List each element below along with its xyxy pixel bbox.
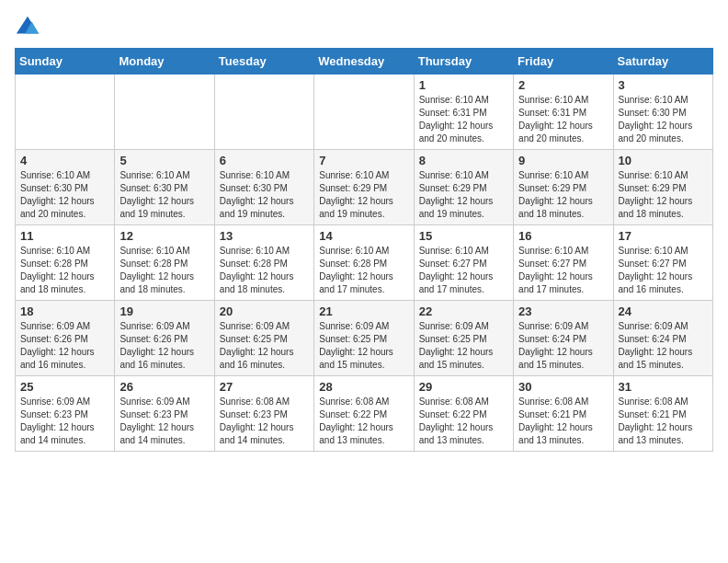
cell-details: Sunrise: 6:08 AM Sunset: 6:21 PM Dayligh…	[518, 396, 608, 447]
cell-details: Sunrise: 6:08 AM Sunset: 6:21 PM Dayligh…	[619, 396, 708, 447]
column-header-tuesday: Tuesday	[214, 49, 313, 75]
cell-details: Sunrise: 6:09 AM Sunset: 6:26 PM Dayligh…	[20, 320, 109, 372]
calendar-cell: 31Sunrise: 6:08 AM Sunset: 6:21 PM Dayli…	[613, 376, 712, 452]
calendar-cell: 23Sunrise: 6:09 AM Sunset: 6:24 PM Dayli…	[514, 301, 613, 376]
day-number: 12	[119, 229, 209, 243]
calendar-cell: 26Sunrise: 6:09 AM Sunset: 6:23 PM Dayli…	[115, 376, 214, 452]
calendar-cell	[214, 75, 313, 150]
calendar-cell: 19Sunrise: 6:09 AM Sunset: 6:26 PM Dayli…	[115, 301, 214, 376]
calendar-cell: 28Sunrise: 6:08 AM Sunset: 6:22 PM Dayli…	[314, 376, 414, 452]
day-number: 18	[20, 304, 109, 318]
day-number: 23	[518, 304, 608, 318]
column-header-saturday: Saturday	[613, 49, 712, 75]
calendar-cell: 15Sunrise: 6:10 AM Sunset: 6:27 PM Dayli…	[414, 225, 513, 301]
day-number: 5	[119, 154, 209, 167]
calendar-week-4: 18Sunrise: 6:09 AM Sunset: 6:26 PM Dayli…	[16, 301, 713, 376]
logo	[15, 15, 44, 40]
calendar-cell: 11Sunrise: 6:10 AM Sunset: 6:28 PM Dayli…	[16, 225, 115, 301]
calendar-cell: 9Sunrise: 6:10 AM Sunset: 6:29 PM Daylig…	[514, 150, 613, 225]
cell-details: Sunrise: 6:08 AM Sunset: 6:23 PM Dayligh…	[220, 396, 309, 447]
cell-details: Sunrise: 6:09 AM Sunset: 6:24 PM Dayligh…	[619, 320, 708, 372]
calendar-week-1: 1Sunrise: 6:10 AM Sunset: 6:31 PM Daylig…	[16, 75, 713, 150]
cell-details: Sunrise: 6:09 AM Sunset: 6:25 PM Dayligh…	[319, 320, 408, 372]
cell-details: Sunrise: 6:10 AM Sunset: 6:29 PM Dayligh…	[419, 169, 508, 221]
calendar-cell: 6Sunrise: 6:10 AM Sunset: 6:30 PM Daylig…	[214, 150, 313, 225]
calendar-body: 1Sunrise: 6:10 AM Sunset: 6:31 PM Daylig…	[16, 75, 713, 452]
cell-details: Sunrise: 6:09 AM Sunset: 6:25 PM Dayligh…	[220, 320, 309, 372]
cell-details: Sunrise: 6:10 AM Sunset: 6:28 PM Dayligh…	[119, 245, 209, 296]
cell-details: Sunrise: 6:08 AM Sunset: 6:22 PM Dayligh…	[419, 396, 508, 447]
day-number: 2	[518, 78, 608, 92]
day-number: 20	[220, 304, 309, 318]
cell-details: Sunrise: 6:10 AM Sunset: 6:30 PM Dayligh…	[220, 169, 309, 221]
cell-details: Sunrise: 6:09 AM Sunset: 6:25 PM Dayligh…	[419, 320, 508, 372]
day-number: 14	[319, 229, 408, 243]
day-number: 27	[220, 380, 309, 394]
column-header-monday: Monday	[115, 49, 214, 75]
calendar-cell: 20Sunrise: 6:09 AM Sunset: 6:25 PM Dayli…	[214, 301, 313, 376]
logo-icon	[15, 15, 40, 40]
cell-details: Sunrise: 6:10 AM Sunset: 6:27 PM Dayligh…	[419, 245, 508, 296]
calendar-cell: 30Sunrise: 6:08 AM Sunset: 6:21 PM Dayli…	[514, 376, 613, 452]
cell-details: Sunrise: 6:10 AM Sunset: 6:28 PM Dayligh…	[319, 245, 408, 296]
calendar-cell: 24Sunrise: 6:09 AM Sunset: 6:24 PM Dayli…	[613, 301, 712, 376]
column-header-thursday: Thursday	[414, 49, 513, 75]
calendar: SundayMondayTuesdayWednesdayThursdayFrid…	[15, 48, 713, 452]
day-number: 21	[319, 304, 408, 318]
day-number: 17	[619, 229, 708, 243]
cell-details: Sunrise: 6:10 AM Sunset: 6:30 PM Dayligh…	[20, 169, 109, 221]
calendar-header: SundayMondayTuesdayWednesdayThursdayFrid…	[16, 49, 713, 75]
calendar-week-5: 25Sunrise: 6:09 AM Sunset: 6:23 PM Dayli…	[16, 376, 713, 452]
calendar-cell: 10Sunrise: 6:10 AM Sunset: 6:29 PM Dayli…	[613, 150, 712, 225]
cell-details: Sunrise: 6:10 AM Sunset: 6:29 PM Dayligh…	[518, 169, 608, 221]
cell-details: Sunrise: 6:09 AM Sunset: 6:26 PM Dayligh…	[119, 320, 209, 372]
cell-details: Sunrise: 6:08 AM Sunset: 6:22 PM Dayligh…	[319, 396, 408, 447]
cell-details: Sunrise: 6:10 AM Sunset: 6:30 PM Dayligh…	[619, 94, 708, 145]
day-number: 15	[419, 229, 508, 243]
day-number: 3	[619, 78, 708, 92]
day-number: 25	[20, 380, 109, 394]
calendar-cell: 2Sunrise: 6:10 AM Sunset: 6:31 PM Daylig…	[514, 75, 613, 150]
calendar-cell: 27Sunrise: 6:08 AM Sunset: 6:23 PM Dayli…	[214, 376, 313, 452]
day-number: 30	[518, 380, 608, 394]
cell-details: Sunrise: 6:09 AM Sunset: 6:23 PM Dayligh…	[119, 396, 209, 447]
calendar-week-3: 11Sunrise: 6:10 AM Sunset: 6:28 PM Dayli…	[16, 225, 713, 301]
calendar-cell: 4Sunrise: 6:10 AM Sunset: 6:30 PM Daylig…	[16, 150, 115, 225]
cell-details: Sunrise: 6:10 AM Sunset: 6:30 PM Dayligh…	[119, 169, 209, 221]
calendar-cell	[16, 75, 115, 150]
calendar-cell: 5Sunrise: 6:10 AM Sunset: 6:30 PM Daylig…	[115, 150, 214, 225]
cell-details: Sunrise: 6:10 AM Sunset: 6:31 PM Dayligh…	[518, 94, 608, 145]
day-number: 28	[319, 380, 408, 394]
day-number: 19	[119, 304, 209, 318]
cell-details: Sunrise: 6:10 AM Sunset: 6:28 PM Dayligh…	[220, 245, 309, 296]
cell-details: Sunrise: 6:10 AM Sunset: 6:29 PM Dayligh…	[619, 169, 708, 221]
day-number: 22	[419, 304, 508, 318]
calendar-cell	[115, 75, 214, 150]
cell-details: Sunrise: 6:10 AM Sunset: 6:28 PM Dayligh…	[20, 245, 109, 296]
cell-details: Sunrise: 6:10 AM Sunset: 6:31 PM Dayligh…	[419, 94, 508, 145]
day-number: 26	[119, 380, 209, 394]
calendar-cell: 16Sunrise: 6:10 AM Sunset: 6:27 PM Dayli…	[514, 225, 613, 301]
day-number: 24	[619, 304, 708, 318]
calendar-cell: 13Sunrise: 6:10 AM Sunset: 6:28 PM Dayli…	[214, 225, 313, 301]
day-number: 9	[518, 154, 608, 167]
calendar-cell: 17Sunrise: 6:10 AM Sunset: 6:27 PM Dayli…	[613, 225, 712, 301]
day-number: 13	[220, 229, 309, 243]
calendar-cell: 18Sunrise: 6:09 AM Sunset: 6:26 PM Dayli…	[16, 301, 115, 376]
calendar-cell: 25Sunrise: 6:09 AM Sunset: 6:23 PM Dayli…	[16, 376, 115, 452]
day-number: 29	[419, 380, 508, 394]
calendar-cell: 3Sunrise: 6:10 AM Sunset: 6:30 PM Daylig…	[613, 75, 712, 150]
day-number: 16	[518, 229, 608, 243]
cell-details: Sunrise: 6:10 AM Sunset: 6:27 PM Dayligh…	[619, 245, 708, 296]
column-header-sunday: Sunday	[16, 49, 115, 75]
calendar-cell: 22Sunrise: 6:09 AM Sunset: 6:25 PM Dayli…	[414, 301, 513, 376]
day-number: 4	[20, 154, 109, 167]
cell-details: Sunrise: 6:10 AM Sunset: 6:29 PM Dayligh…	[319, 169, 408, 221]
calendar-cell: 7Sunrise: 6:10 AM Sunset: 6:29 PM Daylig…	[314, 150, 414, 225]
calendar-week-2: 4Sunrise: 6:10 AM Sunset: 6:30 PM Daylig…	[16, 150, 713, 225]
day-number: 8	[419, 154, 508, 167]
cell-details: Sunrise: 6:09 AM Sunset: 6:24 PM Dayligh…	[518, 320, 608, 372]
day-number: 31	[619, 380, 708, 394]
cell-details: Sunrise: 6:09 AM Sunset: 6:23 PM Dayligh…	[20, 396, 109, 447]
cell-details: Sunrise: 6:10 AM Sunset: 6:27 PM Dayligh…	[518, 245, 608, 296]
